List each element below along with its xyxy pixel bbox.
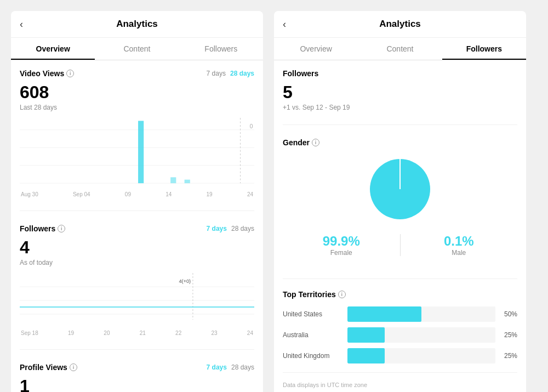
profile-views-info-icon[interactable]: i xyxy=(70,363,77,371)
territory-fill-uk xyxy=(347,348,385,363)
svg-rect-7 xyxy=(170,177,176,183)
territory-pct-au: 25% xyxy=(500,331,517,339)
territory-row-au: Australia 25% xyxy=(283,327,517,343)
profile-views-value: 1 xyxy=(20,376,254,392)
territory-name-au: Australia xyxy=(283,331,343,339)
video-views-7day-btn[interactable]: 7 days xyxy=(207,70,226,77)
gender-section: Gender i xyxy=(283,138,517,279)
left-content: Video Views i 7 days 28 days 608 Last 28… xyxy=(11,60,263,392)
female-stat: 99.9% Female xyxy=(283,234,400,257)
profile-views-28day-btn[interactable]: 28 days xyxy=(231,363,254,371)
video-views-title: Video Views i xyxy=(20,69,74,78)
followers-header: Followers i 7 days 28 days xyxy=(20,224,254,233)
right-header: ‹ Analytics xyxy=(274,11,526,38)
left-tab-followers[interactable]: Followers xyxy=(179,38,263,60)
territory-fill-us xyxy=(347,306,421,322)
territory-bar-au xyxy=(347,327,495,343)
right-tab-overview[interactable]: Overview xyxy=(274,38,358,60)
territory-bar-uk xyxy=(347,348,495,363)
right-tab-content[interactable]: Content xyxy=(358,38,442,60)
left-tab-overview[interactable]: Overview xyxy=(11,38,95,60)
right-phone: ‹ Analytics Overview Content Followers F… xyxy=(274,11,526,392)
svg-rect-8 xyxy=(185,180,190,184)
profile-views-title: Profile Views i xyxy=(20,363,77,372)
followers-chart: 4(+0) xyxy=(20,273,254,328)
right-followers-value: 5 xyxy=(283,82,517,103)
territory-pct-us: 50% xyxy=(500,310,517,318)
right-back-button[interactable]: ‹ xyxy=(283,19,286,30)
territory-name-uk: United Kingdom xyxy=(283,352,343,360)
followers-28day-btn[interactable]: 28 days xyxy=(231,225,254,232)
right-followers-title: Followers xyxy=(283,69,517,78)
profile-views-7day-btn[interactable]: 7 days xyxy=(207,363,227,371)
followers-7day-btn[interactable]: 7 days xyxy=(207,225,227,232)
profile-views-section: Profile Views i 7 days 28 days 1 Last 7 … xyxy=(20,363,254,392)
left-back-button[interactable]: ‹ xyxy=(20,19,23,30)
male-stat: 0.1% Male xyxy=(401,234,518,257)
right-header-title: Analytics xyxy=(379,19,421,30)
followers-value: 4 xyxy=(20,237,254,258)
right-tab-followers[interactable]: Followers xyxy=(442,38,526,60)
territory-row-us: United States 50% xyxy=(283,306,517,322)
followers-periods: 7 days 28 days xyxy=(207,225,254,232)
followers-section: Followers i 7 days 28 days 4 As of today xyxy=(20,224,254,350)
left-phone: ‹ Analytics Overview Content Followers V… xyxy=(11,11,263,392)
territories-title: Top Territories i xyxy=(283,290,517,299)
svg-rect-6 xyxy=(138,121,144,183)
right-followers-change: +1 vs. Sep 12 - Sep 19 xyxy=(283,104,517,111)
gender-info-icon[interactable]: i xyxy=(312,139,319,146)
video-views-header: Video Views i 7 days 28 days xyxy=(20,69,254,78)
video-views-value: 608 xyxy=(20,82,254,103)
profile-views-periods: 7 days 28 days xyxy=(207,363,254,371)
territories-section: Top Territories i United States 50% Aust… xyxy=(283,290,517,392)
territory-bar-us xyxy=(347,306,495,322)
pie-container: 99.9% Female 0.1% Male xyxy=(283,154,517,257)
right-followers-section: Followers 5 +1 vs. Sep 12 - Sep 19 xyxy=(283,69,517,125)
video-views-28day-btn[interactable]: 28 days xyxy=(230,70,254,77)
left-header: ‹ Analytics xyxy=(11,11,263,38)
male-pct: 0.1% xyxy=(401,234,518,249)
right-tabs: Overview Content Followers xyxy=(274,38,526,60)
video-views-x-labels: Aug 30 Sep 04 09 14 19 24 xyxy=(20,191,254,197)
left-header-title: Analytics xyxy=(116,19,158,30)
video-views-periods: 7 days 28 days xyxy=(207,70,254,77)
male-label: Male xyxy=(401,249,518,257)
video-views-sub: Last 28 days xyxy=(20,104,254,111)
followers-x-labels: Sep 18 19 20 21 22 23 24 xyxy=(20,330,254,336)
territory-row-uk: United Kingdom 25% xyxy=(283,348,517,363)
video-views-info-icon[interactable]: i xyxy=(66,70,74,77)
territories-info-icon[interactable]: i xyxy=(338,291,346,298)
svg-text:0: 0 xyxy=(250,123,253,129)
svg-text:4(+0): 4(+0) xyxy=(179,279,191,284)
followers-title: Followers i xyxy=(20,224,65,233)
followers-sub: As of today xyxy=(20,259,254,266)
female-label: Female xyxy=(283,249,400,257)
followers-info-icon[interactable]: i xyxy=(58,225,65,232)
profile-views-header: Profile Views i 7 days 28 days xyxy=(20,363,254,372)
utc-note: Data displays in UTC time zone xyxy=(283,372,517,388)
gender-title: Gender i xyxy=(283,138,517,147)
territory-pct-uk: 25% xyxy=(500,352,517,360)
video-views-chart: 0 xyxy=(20,118,254,189)
left-tab-content[interactable]: Content xyxy=(95,38,179,60)
female-pct: 99.9% xyxy=(283,234,400,249)
territory-name-us: United States xyxy=(283,310,343,318)
gender-stats: 99.9% Female 0.1% Male xyxy=(283,234,517,257)
right-content: Followers 5 +1 vs. Sep 12 - Sep 19 Gende… xyxy=(274,60,526,392)
left-tabs: Overview Content Followers xyxy=(11,38,263,60)
territory-fill-au xyxy=(347,327,385,343)
gender-pie-chart xyxy=(364,154,436,225)
video-views-section: Video Views i 7 days 28 days 608 Last 28… xyxy=(20,69,254,211)
